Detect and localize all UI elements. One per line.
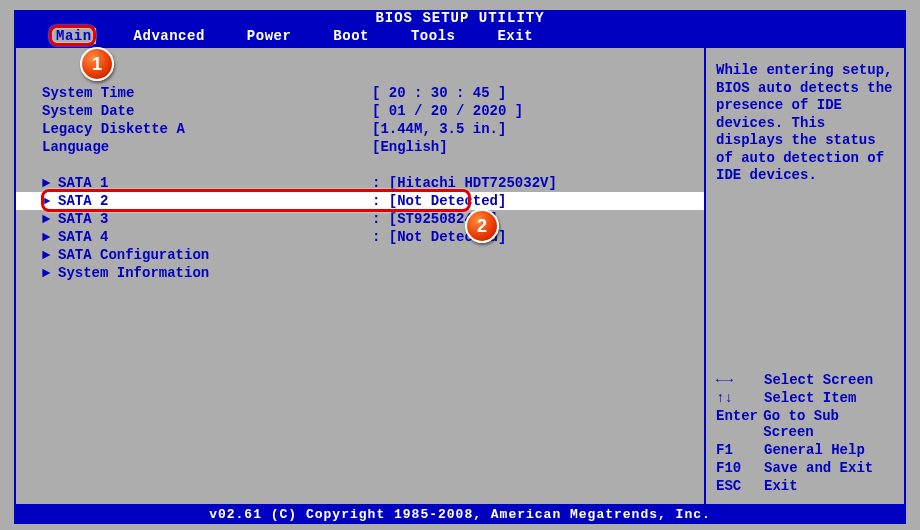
help-key: Enter — [716, 408, 763, 440]
help-key: ESC — [716, 478, 764, 494]
field-row[interactable]: Legacy Diskette A[1.44M, 3.5 in.] — [16, 120, 704, 138]
menu-bar: Main Advanced Power Boot Tools Exit — [14, 26, 906, 46]
submenu-item[interactable]: ►SATA 4: [Not Detected] — [16, 228, 704, 246]
menu-exit[interactable]: Exit — [493, 28, 537, 44]
help-key: F1 — [716, 442, 764, 458]
row-value: [ 01 / 20 / 2020 ] — [372, 103, 523, 119]
menu-advanced[interactable]: Advanced — [130, 28, 209, 44]
bios-window: BIOS SETUP UTILITY Main Advanced Power B… — [14, 10, 906, 520]
help-key: ←→ — [716, 372, 764, 388]
row-label: SATA 1 — [58, 175, 372, 191]
submenu-item[interactable]: ►SATA 3: [ST9250824AS] — [16, 210, 704, 228]
help-key-row: ←→Select Screen — [716, 372, 896, 388]
menu-power[interactable]: Power — [243, 28, 296, 44]
row-label: SATA 4 — [58, 229, 372, 245]
help-key-desc: Select Item — [764, 390, 856, 406]
submenu-arrow-icon: ► — [42, 211, 58, 227]
menu-boot[interactable]: Boot — [329, 28, 373, 44]
submenu-item[interactable]: ►System Information — [16, 264, 704, 282]
footer: v02.61 (C) Copyright 1985-2008, American… — [14, 506, 906, 524]
row-value: : [ST9250824AS] — [372, 211, 498, 227]
submenu-arrow-icon: ► — [42, 247, 58, 263]
row-value: [1.44M, 3.5 in.] — [372, 121, 506, 137]
field-row[interactable]: System Time[ 20 : 30 : 45 ] — [16, 84, 704, 102]
submenu-arrow-icon: ► — [42, 175, 58, 191]
content-area: System Time[ 20 : 30 : 45 ]System Date[ … — [14, 46, 906, 506]
menu-tools[interactable]: Tools — [407, 28, 460, 44]
title-bar: BIOS SETUP UTILITY — [14, 10, 906, 26]
submenu-arrow-icon: ► — [42, 265, 58, 281]
help-key-desc: Exit — [764, 478, 798, 494]
help-key-row: F1General Help — [716, 442, 896, 458]
row-label: SATA 3 — [58, 211, 372, 227]
row-label: System Information — [58, 265, 372, 281]
row-label: Legacy Diskette A — [42, 121, 372, 137]
field-row[interactable]: System Date[ 01 / 20 / 2020 ] — [16, 102, 704, 120]
submenu-item[interactable]: ►SATA Configuration — [16, 246, 704, 264]
spacer — [16, 156, 704, 174]
row-label: SATA Configuration — [58, 247, 372, 263]
row-value: [ 20 : 30 : 45 ] — [372, 85, 506, 101]
help-key-row: EnterGo to Sub Screen — [716, 408, 896, 440]
submenu-arrow-icon: ► — [42, 229, 58, 245]
help-text: While entering setup, BIOS auto detects … — [716, 62, 896, 185]
help-key-desc: General Help — [764, 442, 865, 458]
submenu-item[interactable]: ►SATA 2: [Not Detected] — [16, 192, 704, 210]
row-value: : [Not Detected] — [372, 193, 506, 209]
main-panel: System Time[ 20 : 30 : 45 ]System Date[ … — [14, 46, 706, 506]
help-key: F10 — [716, 460, 764, 476]
submenu-arrow-icon: ► — [42, 193, 58, 209]
menu-main[interactable]: Main — [52, 28, 96, 44]
help-key-desc: Save and Exit — [764, 460, 873, 476]
field-row[interactable]: Language[English] — [16, 138, 704, 156]
help-key-row: ESCExit — [716, 478, 896, 494]
help-key-desc: Go to Sub Screen — [763, 408, 896, 440]
row-value: [English] — [372, 139, 448, 155]
help-key-desc: Select Screen — [764, 372, 873, 388]
row-label: SATA 2 — [58, 193, 372, 209]
row-value: : [Hitachi HDT725032V] — [372, 175, 557, 191]
row-label: System Date — [42, 103, 372, 119]
help-key-row: F10Save and Exit — [716, 460, 896, 476]
submenu-item[interactable]: ►SATA 1: [Hitachi HDT725032V] — [16, 174, 704, 192]
help-key-row: ↑↓Select Item — [716, 390, 896, 406]
row-label: Language — [42, 139, 372, 155]
help-panel: While entering setup, BIOS auto detects … — [706, 46, 906, 506]
key-help: ←→Select Screen↑↓Select ItemEnterGo to S… — [716, 372, 896, 496]
row-label: System Time — [42, 85, 372, 101]
row-value: : [Not Detected] — [372, 229, 506, 245]
help-key: ↑↓ — [716, 390, 764, 406]
